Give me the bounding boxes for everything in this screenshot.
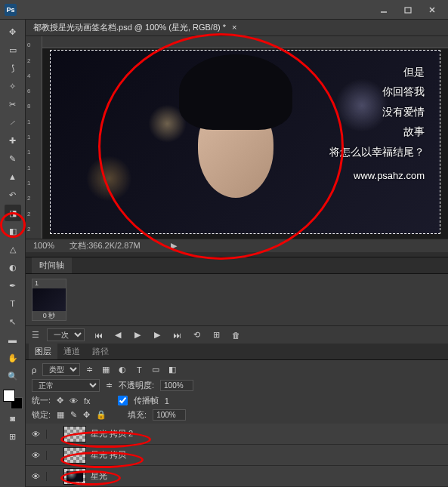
portrait-graphic (156, 54, 307, 239)
pen-tool[interactable]: ✒ (5, 277, 21, 294)
channels-tab[interactable]: 通道 (57, 344, 86, 359)
watermark-url: www.psahz.com (329, 167, 425, 186)
fill-input[interactable] (153, 409, 186, 421)
layer-row[interactable]: 👁 星光 (26, 466, 448, 487)
unify-position-icon[interactable]: ✥ (57, 396, 63, 405)
crop-tool[interactable]: ✂ (5, 96, 21, 113)
eraser-tool[interactable]: ◨ (5, 205, 21, 221)
filter-pixel-icon[interactable]: ▦ (99, 364, 113, 376)
lasso-tool[interactable]: ⟆ (5, 60, 21, 76)
blend-mode-select[interactable]: 正常 (32, 379, 100, 392)
tween-button[interactable]: ⟲ (190, 329, 202, 341)
zoom-tool[interactable]: 🔍 (5, 368, 21, 384)
healing-tool[interactable]: ✚ (5, 132, 21, 149)
lock-pixels-icon[interactable]: ✎ (70, 410, 77, 420)
timeline-frame[interactable]: 1 0 秒 (32, 279, 66, 321)
paths-tab[interactable]: 路径 (86, 344, 115, 359)
lock-position-icon[interactable]: ✥ (83, 410, 90, 420)
dodge-tool[interactable]: ◐ (5, 259, 21, 276)
color-swatches[interactable] (3, 390, 23, 409)
layer-row[interactable]: 👁 星光 拷贝 (26, 445, 448, 466)
layer-thumbnail[interactable] (63, 426, 86, 442)
next-frame-button[interactable]: ▶ (151, 329, 163, 341)
layer-thumbnail[interactable] (63, 468, 86, 485)
last-frame-button[interactable]: ⏭ (171, 329, 183, 341)
layers-panel: 图层 通道 路径 ρ 类型 ≑ ▦ ◐ T ▭ ◧ (26, 344, 448, 487)
canvas[interactable]: 但是 你回答我 没有爱情 故事 将怎么以幸福结尾？ www.psahz.com (42, 48, 448, 239)
move-tool[interactable]: ✥ (5, 23, 21, 40)
minimize-button[interactable] (372, 2, 395, 17)
filter-kind-select[interactable]: 类型 (42, 363, 80, 376)
unify-style-icon[interactable]: fx (84, 396, 91, 405)
filter-type-icon[interactable]: T (132, 364, 146, 376)
layer-name[interactable]: 星光 (91, 470, 448, 482)
delete-frame-button[interactable]: 🗑 (230, 329, 242, 341)
eyedropper-tool[interactable]: ⟋ (5, 114, 21, 131)
loop-select[interactable]: 一次 (47, 328, 85, 341)
type-tool[interactable]: T (5, 295, 21, 312)
stamp-tool[interactable]: ▲ (5, 168, 21, 185)
visibility-toggle[interactable]: 👁 (26, 430, 47, 439)
history-brush-tool[interactable]: ↶ (5, 186, 21, 203)
canvas-text: 但是 你回答我 没有爱情 故事 将怎么以幸福结尾？ www.psahz.com (329, 62, 425, 186)
visibility-toggle[interactable]: 👁 (26, 451, 47, 460)
filter-adjust-icon[interactable]: ◐ (116, 364, 129, 376)
first-frame-button[interactable]: ⏮ (92, 329, 104, 341)
quickmask-tool[interactable]: ◙ (5, 410, 21, 427)
play-icon[interactable]: ▶ (171, 241, 177, 251)
tools-panel: ✥ ▭ ⟆ ✧ ✂ ⟋ ✚ ✎ ▲ ↶ ◨ ◧ △ ◐ ✒ T ↖ ▬ ✋ 🔍 … (0, 20, 26, 487)
timeline-panel: 时间轴 1 0 秒 ☰ 一次 ⏮ ◀ ▶ ▶ ⏭ ⟲ ⊞ 🗑 (26, 257, 448, 344)
hand-tool[interactable]: ✋ (5, 350, 21, 366)
gradient-tool[interactable]: ◧ (5, 223, 21, 239)
app-icon: Ps (5, 4, 17, 16)
prev-frame-button[interactable]: ◀ (112, 329, 124, 341)
maximize-button[interactable] (397, 2, 419, 17)
duplicate-frame-button[interactable]: ⊞ (210, 329, 222, 341)
blur-tool[interactable]: △ (5, 241, 21, 257)
svg-rect-1 (405, 8, 411, 13)
layers-tab[interactable]: 图层 (29, 344, 57, 359)
opacity-input[interactable] (160, 380, 193, 391)
layer-thumbnail[interactable] (63, 447, 86, 464)
propagate-checkbox[interactable] (118, 396, 128, 405)
frame-thumbnail (32, 288, 66, 311)
visibility-toggle[interactable]: 👁 (26, 472, 47, 481)
zoom-level[interactable]: 100% (33, 241, 54, 250)
ruler-vertical: 0246811111222 (26, 36, 42, 239)
ruler-horizontal (42, 36, 448, 48)
brush-tool[interactable]: ✎ (5, 150, 21, 167)
play-button[interactable]: ▶ (131, 329, 144, 341)
document-tab[interactable]: 都教授星光动画签名档.psd @ 100% (星光, RGB/8) * × (26, 20, 448, 36)
layer-name[interactable]: 星光 拷贝 (91, 449, 448, 461)
lock-all-icon[interactable]: 🔒 (96, 410, 107, 420)
unify-visibility-icon[interactable]: 👁 (70, 396, 78, 405)
filter-shape-icon[interactable]: ▭ (149, 364, 162, 376)
timeline-tab[interactable]: 时间轴 (32, 257, 72, 273)
titlebar: Ps (0, 0, 448, 20)
document-title: 都教授星光动画签名档.psd @ 100% (星光, RGB/8) * (33, 22, 226, 33)
canvas-image: 但是 你回答我 没有爱情 故事 将怎么以幸福结尾？ www.psahz.com (50, 50, 440, 234)
lock-trans-icon[interactable]: ▦ (57, 410, 64, 420)
screenmode-tool[interactable]: ⊞ (5, 428, 21, 445)
filter-smart-icon[interactable]: ◧ (165, 364, 179, 376)
magic-wand-tool[interactable]: ✧ (5, 78, 21, 94)
close-button[interactable] (421, 2, 443, 17)
close-doc-icon[interactable]: × (232, 23, 236, 32)
status-bar: 100% 文档:366.2K/2.87M ▶ (26, 239, 448, 252)
frame-duration[interactable]: 0 秒 (32, 311, 66, 320)
doc-size: 366.2K/2.87M (88, 241, 141, 250)
layer-row[interactable]: 👁 星光 拷贝 2 (26, 424, 448, 445)
shape-tool[interactable]: ▬ (5, 331, 21, 348)
canvas-area: 0246811111222 但是 你回答我 没有爱情 故事 将怎么 (26, 36, 448, 239)
marquee-tool[interactable]: ▭ (5, 42, 21, 58)
path-tool[interactable]: ↖ (5, 313, 21, 330)
layer-name[interactable]: 星光 拷贝 2 (91, 428, 448, 439)
timeline-menu-icon[interactable]: ☰ (32, 330, 39, 340)
layers-list: 👁 星光 拷贝 2 👁 星光 拷贝 👁 星光 (26, 424, 448, 487)
